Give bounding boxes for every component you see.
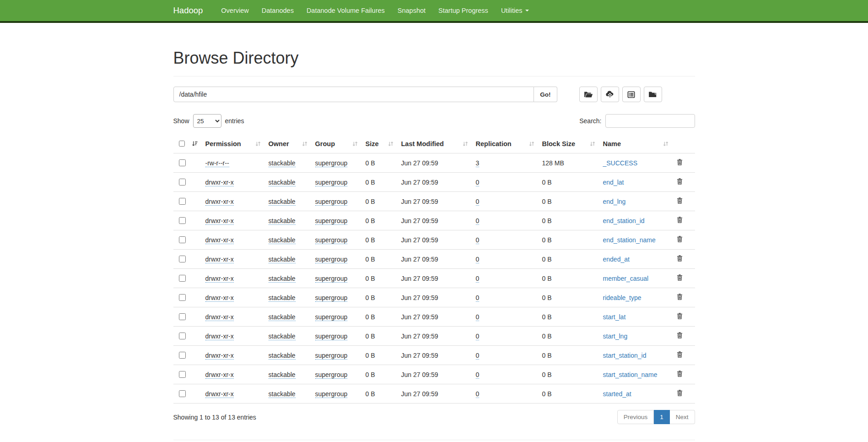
nav-item-startup-progress[interactable]: Startup Progress <box>432 7 495 14</box>
file-name-link[interactable]: start_lat <box>603 313 626 321</box>
owner-value[interactable]: stackable <box>269 256 296 263</box>
permission-value[interactable]: drwxr-xr-x <box>205 217 234 225</box>
permission-value[interactable]: -rw-r--r-- <box>205 159 229 167</box>
file-name-link[interactable]: started_at <box>603 390 631 398</box>
group-value[interactable]: supergroup <box>315 352 348 360</box>
page-length-select[interactable]: 25 <box>193 114 221 128</box>
column-header-name[interactable]: Name <box>599 134 673 153</box>
row-checkbox[interactable] <box>179 371 186 378</box>
permission-value[interactable]: drwxr-xr-x <box>205 198 234 206</box>
row-checkbox[interactable] <box>179 236 186 243</box>
group-value[interactable]: supergroup <box>315 256 348 263</box>
delete-button[interactable] <box>676 370 683 377</box>
owner-value[interactable]: stackable <box>269 217 296 225</box>
replication-value[interactable]: 0 <box>476 352 480 360</box>
permission-value[interactable]: drwxr-xr-x <box>205 390 234 398</box>
group-value[interactable]: supergroup <box>315 313 348 321</box>
delete-button[interactable] <box>676 293 683 300</box>
permission-value[interactable]: drwxr-xr-x <box>205 313 234 321</box>
brand-hadoop[interactable]: Hadoop <box>173 5 203 16</box>
replication-value[interactable]: 0 <box>476 390 480 398</box>
row-checkbox[interactable] <box>179 333 186 339</box>
upload-button[interactable] <box>601 87 619 102</box>
group-value[interactable]: supergroup <box>315 236 348 244</box>
row-checkbox[interactable] <box>179 352 186 359</box>
replication-value[interactable]: 0 <box>476 275 480 283</box>
owner-value[interactable]: stackable <box>269 390 296 398</box>
replication-value[interactable]: 0 <box>476 294 480 302</box>
folder-move-button[interactable] <box>644 87 662 102</box>
group-value[interactable]: supergroup <box>315 198 348 206</box>
column-header-replication[interactable]: Replication <box>472 134 539 153</box>
permission-value[interactable]: drwxr-xr-x <box>205 256 234 263</box>
file-name-link[interactable]: end_lat <box>603 179 624 186</box>
column-header-size[interactable]: Size <box>362 134 398 153</box>
replication-value[interactable]: 0 <box>476 217 480 225</box>
permission-value[interactable]: drwxr-xr-x <box>205 352 234 360</box>
row-checkbox[interactable] <box>179 179 186 186</box>
row-checkbox[interactable] <box>179 390 186 397</box>
permission-value[interactable]: drwxr-xr-x <box>205 294 234 302</box>
delete-button[interactable] <box>676 389 683 397</box>
file-name-link[interactable]: start_station_id <box>603 352 647 359</box>
group-value[interactable]: supergroup <box>315 159 348 167</box>
file-name-link[interactable]: start_station_name <box>603 371 658 378</box>
select-all-header[interactable] <box>173 134 202 153</box>
file-name-link[interactable]: end_lng <box>603 198 626 205</box>
replication-value[interactable]: 0 <box>476 256 480 263</box>
permission-value[interactable]: drwxr-xr-x <box>205 179 234 186</box>
select-all-checkbox[interactable] <box>179 140 185 147</box>
row-checkbox[interactable] <box>179 294 186 301</box>
owner-value[interactable]: stackable <box>269 371 296 379</box>
row-checkbox[interactable] <box>179 159 186 166</box>
pagination-previous[interactable]: Previous <box>617 410 654 424</box>
replication-value[interactable]: 0 <box>476 313 480 321</box>
column-header-block-size[interactable]: Block Size <box>539 134 599 153</box>
file-name-link[interactable]: ended_at <box>603 256 630 263</box>
row-checkbox[interactable] <box>179 275 186 282</box>
group-value[interactable]: supergroup <box>315 294 348 302</box>
column-header-last-modified[interactable]: Last Modified <box>398 134 472 153</box>
permission-value[interactable]: drwxr-xr-x <box>205 236 234 244</box>
group-value[interactable]: supergroup <box>315 275 348 283</box>
replication-value[interactable]: 3 <box>476 159 480 167</box>
permission-value[interactable]: drwxr-xr-x <box>205 275 234 283</box>
column-header-permission[interactable]: Permission <box>202 134 265 153</box>
nav-item-utilities[interactable]: Utilities <box>495 7 535 14</box>
group-value[interactable]: supergroup <box>315 390 348 398</box>
delete-button[interactable] <box>676 312 683 320</box>
replication-value[interactable]: 0 <box>476 236 480 244</box>
owner-value[interactable]: stackable <box>269 236 296 244</box>
group-value[interactable]: supergroup <box>315 179 348 186</box>
pagination-next[interactable]: Next <box>670 410 695 424</box>
list-alt-button[interactable] <box>622 87 641 102</box>
file-name-link[interactable]: rideable_type <box>603 294 642 301</box>
replication-value[interactable]: 0 <box>476 333 480 340</box>
replication-value[interactable]: 0 <box>476 198 480 206</box>
search-input[interactable] <box>605 114 695 128</box>
file-name-link[interactable]: start_lng <box>603 333 628 340</box>
pagination-page-1[interactable]: 1 <box>654 410 670 424</box>
owner-value[interactable]: stackable <box>269 313 296 321</box>
group-value[interactable]: supergroup <box>315 333 348 340</box>
directory-path-input[interactable] <box>173 87 534 102</box>
go-button[interactable]: Go! <box>534 87 557 102</box>
file-name-link[interactable]: _SUCCESS <box>603 159 637 167</box>
file-name-link[interactable]: member_casual <box>603 275 649 282</box>
owner-value[interactable]: stackable <box>269 333 296 340</box>
delete-button[interactable] <box>676 274 683 281</box>
nav-item-datanode-volume-failures[interactable]: Datanode Volume Failures <box>300 7 391 14</box>
owner-value[interactable]: stackable <box>269 198 296 206</box>
file-name-link[interactable]: end_station_name <box>603 236 656 244</box>
column-header-owner[interactable]: Owner <box>265 134 312 153</box>
row-checkbox[interactable] <box>179 217 186 224</box>
delete-button[interactable] <box>676 178 683 185</box>
column-header-group[interactable]: Group <box>312 134 362 153</box>
nav-item-datanodes[interactable]: Datanodes <box>255 7 300 14</box>
owner-value[interactable]: stackable <box>269 179 296 186</box>
owner-value[interactable]: stackable <box>269 294 296 302</box>
replication-value[interactable]: 0 <box>476 179 480 186</box>
delete-button[interactable] <box>676 197 683 204</box>
delete-button[interactable] <box>676 351 683 358</box>
nav-item-overview[interactable]: Overview <box>215 7 255 14</box>
